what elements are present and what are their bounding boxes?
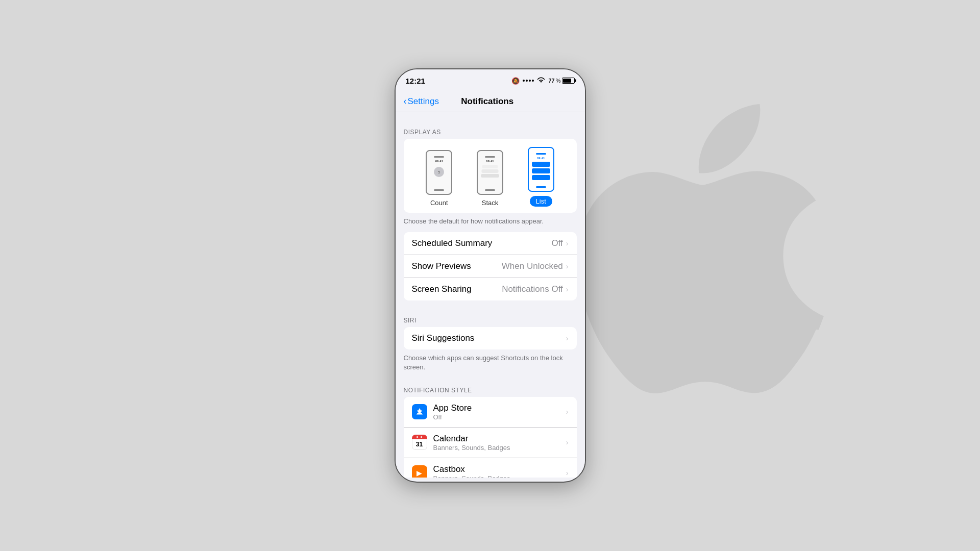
show-previews-value: When Unlocked bbox=[502, 261, 563, 271]
stack-item-1 bbox=[482, 165, 498, 168]
back-button[interactable]: ‹ Settings bbox=[404, 96, 439, 107]
count-mini-time: 09:41 bbox=[435, 160, 443, 163]
castbox-sub: Banners, Sounds, Badges bbox=[433, 474, 566, 478]
display-options-row: 09:41 5 Count 09:41 bbox=[404, 147, 577, 207]
mid-spacer bbox=[396, 300, 585, 309]
screen-sharing-value: Notifications Off bbox=[502, 284, 563, 294]
screen-sharing-row[interactable]: Screen Sharing Notifications Off › bbox=[404, 278, 577, 300]
siri-suggestions-row[interactable]: Siri Suggestions › bbox=[404, 327, 577, 349]
list-phone-mini: 09:41 bbox=[528, 147, 554, 192]
back-chevron-icon: ‹ bbox=[404, 96, 407, 107]
status-bar: 12:21 🔕 77 % bbox=[396, 69, 585, 92]
count-label: Count bbox=[430, 199, 448, 207]
castbox-icon: ▶ bbox=[412, 465, 427, 478]
cal-dot-1 bbox=[416, 436, 418, 438]
list-mini-time: 09:41 bbox=[537, 157, 545, 160]
display-option-list[interactable]: 09:41 List bbox=[528, 147, 554, 207]
app-store-name: App Store bbox=[433, 403, 566, 413]
settings-card: Scheduled Summary Off › Show Previews Wh… bbox=[404, 232, 577, 300]
siri-section-header: SIRI bbox=[396, 309, 585, 327]
app-store-info: App Store Off bbox=[433, 403, 566, 421]
calendar-row[interactable]: 31 Calendar Banners, Sounds, Badges › bbox=[404, 428, 577, 458]
content-area[interactable]: DISPLAY AS 09:41 5 Count bbox=[396, 112, 585, 478]
calendar-name: Calendar bbox=[433, 434, 566, 444]
siri-suggestions-label: Siri Suggestions bbox=[412, 333, 566, 343]
scheduled-summary-value: Off bbox=[551, 238, 562, 248]
list-mini-bottom bbox=[536, 186, 546, 188]
signal-dots bbox=[523, 80, 534, 82]
battery-fill bbox=[563, 79, 571, 83]
siri-card: Siri Suggestions › bbox=[404, 327, 577, 349]
show-previews-chevron: › bbox=[566, 262, 569, 270]
list-mini-items bbox=[532, 162, 550, 180]
castbox-row[interactable]: ▶ Castbox Banners, Sounds, Badges › bbox=[404, 458, 577, 478]
stack-item-3 bbox=[481, 174, 499, 178]
app-store-row[interactable]: App Store Off › bbox=[404, 397, 577, 428]
calendar-icon: 31 bbox=[412, 435, 427, 450]
status-time: 12:21 bbox=[406, 77, 425, 85]
calendar-sub: Banners, Sounds, Badges bbox=[433, 444, 566, 452]
notification-style-header: NOTIFICATION STYLE bbox=[396, 379, 585, 397]
battery-container: 77 % bbox=[548, 78, 574, 84]
cal-top-dots bbox=[416, 436, 422, 438]
count-mini-bottom bbox=[434, 189, 444, 191]
stack-phone-mini: 09:41 bbox=[477, 150, 503, 195]
display-option-count[interactable]: 09:41 5 Count bbox=[426, 150, 452, 207]
stack-mini-bottom bbox=[485, 189, 495, 191]
display-as-footer: Choose the default for how notifications… bbox=[396, 213, 585, 232]
castbox-info: Castbox Banners, Sounds, Badges bbox=[433, 464, 566, 478]
cal-dot-2 bbox=[421, 436, 422, 438]
cal-bottom: 31 bbox=[412, 439, 427, 450]
count-mini-top bbox=[434, 156, 444, 158]
scheduled-summary-chevron: › bbox=[566, 239, 569, 247]
cal-top bbox=[412, 435, 427, 439]
display-as-header: DISPLAY AS bbox=[396, 120, 585, 139]
list-item-3 bbox=[532, 175, 550, 180]
page-title: Notifications bbox=[439, 96, 536, 107]
stack-item-2 bbox=[481, 169, 498, 173]
wifi-icon bbox=[537, 77, 545, 85]
top-spacer bbox=[396, 112, 585, 120]
count-phone-mini: 09:41 5 bbox=[426, 150, 452, 195]
app-store-sub: Off bbox=[433, 413, 566, 421]
display-as-card: 09:41 5 Count 09:41 bbox=[404, 139, 577, 213]
app-store-chevron: › bbox=[566, 408, 569, 416]
stack-label: Stack bbox=[482, 199, 499, 207]
castbox-chevron: › bbox=[566, 469, 569, 477]
castbox-name: Castbox bbox=[433, 464, 566, 474]
nav-bar: ‹ Settings Notifications bbox=[396, 92, 585, 112]
siri-suggestions-chevron: › bbox=[566, 334, 569, 342]
battery-visual bbox=[562, 78, 575, 84]
back-label[interactable]: Settings bbox=[408, 96, 439, 107]
battery-icon: % bbox=[556, 78, 561, 84]
scheduled-summary-row[interactable]: Scheduled Summary Off › bbox=[404, 232, 577, 255]
screen-sharing-chevron: › bbox=[566, 285, 569, 293]
calendar-info: Calendar Banners, Sounds, Badges bbox=[433, 434, 566, 452]
siri-footer: Choose which apps can suggest Shortcuts … bbox=[396, 349, 585, 378]
list-label: List bbox=[530, 196, 552, 207]
show-previews-label: Show Previews bbox=[412, 261, 502, 271]
status-icons: 🔕 77 % bbox=[511, 77, 574, 85]
mute-icon: 🔕 bbox=[511, 77, 520, 85]
list-item-1 bbox=[532, 162, 550, 167]
stack-mini-time: 09:41 bbox=[486, 160, 494, 163]
display-option-stack[interactable]: 09:41 Stack bbox=[477, 150, 503, 207]
screen-sharing-label: Screen Sharing bbox=[412, 284, 502, 294]
calendar-chevron: › bbox=[566, 438, 569, 446]
scheduled-summary-label: Scheduled Summary bbox=[412, 238, 552, 248]
show-previews-row[interactable]: Show Previews When Unlocked › bbox=[404, 255, 577, 278]
notification-style-card: App Store Off › 31 Calendar bbox=[404, 397, 577, 478]
app-store-icon bbox=[412, 404, 427, 419]
stack-mini-top bbox=[485, 156, 495, 158]
phone-frame: 12:21 🔕 77 % bbox=[395, 68, 586, 483]
stack-mini-notifs bbox=[481, 165, 499, 179]
count-mini-notif: 5 bbox=[434, 167, 444, 177]
battery-percent: 77 bbox=[548, 78, 554, 84]
list-item-2 bbox=[532, 168, 550, 173]
list-mini-top bbox=[536, 153, 546, 155]
